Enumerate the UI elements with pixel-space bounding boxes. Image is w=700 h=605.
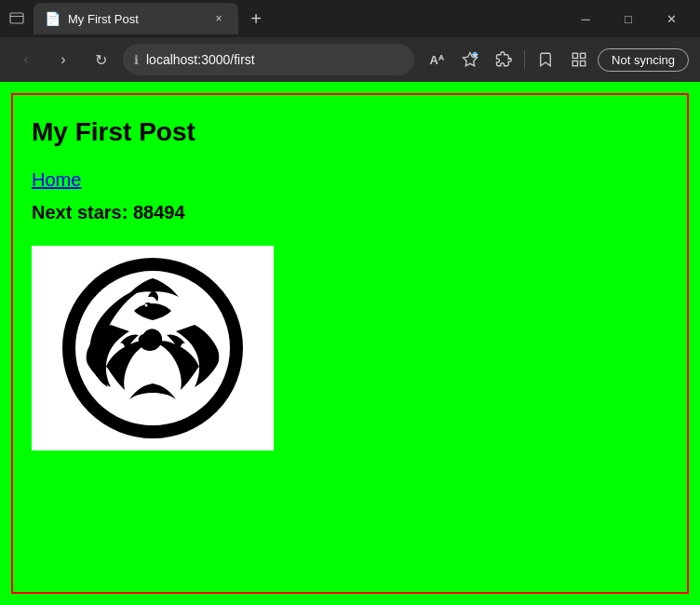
favorites-bar-button[interactable] — [531, 45, 560, 74]
address-bar: ‹ › ↻ ℹ localhost:3000/first Aᴬ ★ — [0, 37, 700, 82]
star-icon: ★ — [462, 51, 478, 68]
svg-point-13 — [145, 304, 148, 307]
reader-icon: Aᴬ — [429, 53, 443, 67]
browser-window-icon[interactable] — [7, 9, 26, 28]
toolbar-divider — [524, 50, 525, 69]
svg-rect-0 — [10, 13, 23, 23]
address-input[interactable]: ℹ localhost:3000/first — [123, 44, 414, 75]
page-title: My First Post — [32, 117, 668, 147]
content-box: My First Post Home Next stars: 88494 — [11, 93, 689, 594]
tab-close-button[interactable]: × — [210, 10, 227, 27]
svg-rect-8 — [572, 61, 577, 66]
window-controls: ─ □ ✕ — [564, 0, 693, 37]
favorites-button[interactable]: ★ — [455, 45, 485, 74]
svg-rect-7 — [581, 61, 586, 66]
forward-button[interactable]: › — [48, 45, 78, 74]
home-link[interactable]: Home — [32, 169, 668, 191]
browser-tab-active[interactable]: 📄 My First Post × — [34, 3, 238, 34]
svg-rect-5 — [572, 53, 577, 58]
new-tab-button[interactable]: + — [242, 5, 270, 33]
webpage-viewport: My First Post Home Next stars: 88494 — [0, 82, 700, 605]
back-button[interactable]: ‹ — [11, 45, 41, 74]
logo-svg — [60, 255, 246, 441]
tab-title: My First Post — [68, 12, 203, 26]
minimize-button[interactable]: ─ — [564, 0, 607, 37]
toolbar-icons: Aᴬ ★ — [422, 45, 689, 74]
refresh-button[interactable]: ↻ — [86, 45, 115, 74]
not-syncing-button[interactable]: Not syncing — [598, 48, 689, 72]
address-url: localhost:3000/first — [146, 52, 403, 67]
address-info-icon: ℹ — [134, 53, 139, 67]
close-button[interactable]: ✕ — [650, 0, 693, 37]
browser-chrome: 📄 My First Post × + ─ □ ✕ ‹ › ↻ ℹ localh… — [0, 0, 700, 82]
next-stars-text: Next stars: 88494 — [32, 202, 668, 223]
extensions-button[interactable] — [489, 45, 518, 74]
extensions-icon — [495, 51, 512, 68]
tab-bar: 📄 My First Post × + ─ □ ✕ — [0, 0, 700, 37]
maximize-button[interactable]: □ — [607, 0, 650, 37]
collections-button[interactable] — [564, 45, 594, 74]
tab-favicon: 📄 — [45, 11, 61, 26]
svg-rect-6 — [581, 53, 586, 58]
collections-icon — [571, 51, 587, 68]
bookmark-icon — [537, 51, 554, 68]
logo-image — [32, 246, 274, 450]
reader-view-button[interactable]: Aᴬ — [422, 45, 451, 74]
